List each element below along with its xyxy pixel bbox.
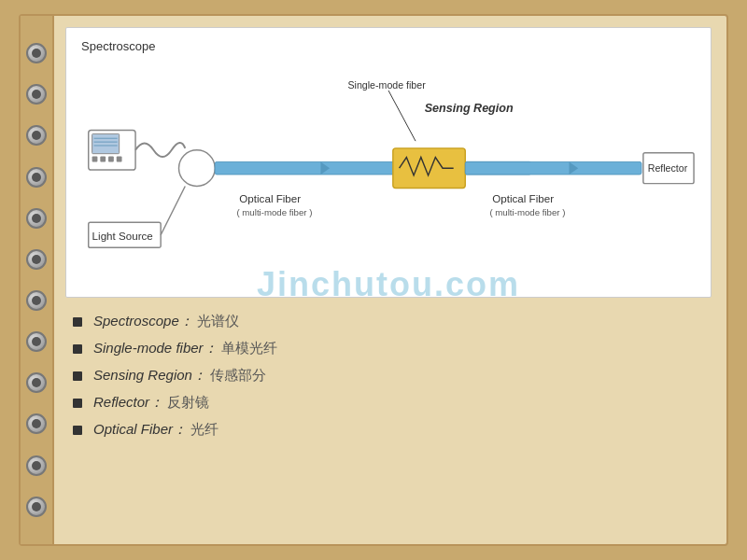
svg-rect-4: [92, 133, 120, 153]
spiral-3: [26, 125, 47, 146]
bullet-en-3: Sensing Region：: [93, 367, 206, 385]
spiral-4: [26, 167, 47, 188]
page-content: Spectroscope Single-mode fiber Sensing R…: [54, 16, 726, 544]
list-item-single-mode: Single-mode fiber： 单模光纤: [73, 340, 704, 357]
spiral-1: [26, 43, 47, 63]
bullet-zh-3: 传感部分: [210, 367, 266, 385]
bullet-icon-4: [73, 399, 82, 408]
svg-rect-10: [108, 157, 114, 162]
svg-text:Light Source: Light Source: [92, 230, 153, 242]
list-item-optical-fiber: Optical Fiber： 光纤: [73, 421, 704, 439]
bullet-en-1: Spectroscope：: [93, 313, 193, 330]
svg-text:( multi-mode fiber ): ( multi-mode fiber ): [236, 207, 312, 217]
svg-rect-8: [92, 157, 98, 162]
bullet-icon-5: [73, 426, 82, 435]
svg-rect-16: [465, 161, 641, 175]
bullet-icon-3: [73, 371, 82, 381]
spiral-2: [26, 84, 47, 105]
svg-text:( multi-mode fiber ): ( multi-mode fiber ): [489, 207, 565, 217]
bullet-list: Spectroscope： 光谱仪 Single-mode fiber： 单模光…: [65, 313, 712, 448]
notebook: Spectroscope Single-mode fiber Sensing R…: [19, 14, 728, 546]
svg-point-12: [179, 150, 216, 187]
bullet-zh-5: 光纤: [190, 421, 218, 439]
spiral-5: [26, 208, 47, 229]
bullet-icon-1: [73, 317, 82, 327]
list-item-reflector: Reflector： 反射镜: [73, 394, 704, 412]
svg-text:Single-mode fiber: Single-mode fiber: [347, 79, 426, 91]
spiral-10: [26, 413, 47, 434]
spiral-7: [26, 290, 47, 311]
bullet-en-4: Reflector：: [93, 394, 163, 412]
bullet-icon-2: [73, 344, 82, 354]
svg-rect-9: [100, 157, 106, 162]
svg-text:Optical Fiber: Optical Fiber: [492, 192, 554, 204]
svg-rect-11: [117, 157, 122, 162]
bullet-zh-4: 反射镜: [167, 394, 209, 412]
diagram-title: Spectroscope: [81, 39, 696, 53]
diagram-panel: Spectroscope Single-mode fiber Sensing R…: [65, 27, 712, 298]
diagram-svg: Single-mode fiber Sensing Region: [81, 61, 696, 285]
spiral-12: [26, 497, 47, 517]
list-item-sensing: Sensing Region： 传感部分: [73, 367, 704, 385]
svg-text:Sensing Region: Sensing Region: [425, 102, 514, 115]
spiral-binding: [21, 16, 54, 544]
list-item-spectroscope: Spectroscope： 光谱仪: [73, 313, 704, 330]
svg-rect-15: [393, 148, 465, 189]
bullet-zh-2: 单模光纤: [221, 340, 277, 357]
bullet-zh-1: 光谱仪: [197, 313, 239, 330]
spiral-6: [26, 249, 47, 270]
bullet-en-5: Optical Fiber：: [93, 421, 187, 439]
spiral-11: [26, 455, 47, 476]
bullet-en-2: Single-mode fiber：: [93, 340, 218, 357]
svg-line-22: [161, 187, 185, 235]
spiral-9: [26, 372, 47, 393]
svg-text:Optical Fiber: Optical Fiber: [239, 192, 301, 204]
spiral-8: [26, 331, 47, 352]
svg-line-1: [388, 91, 416, 141]
svg-text:Reflector: Reflector: [648, 162, 688, 174]
